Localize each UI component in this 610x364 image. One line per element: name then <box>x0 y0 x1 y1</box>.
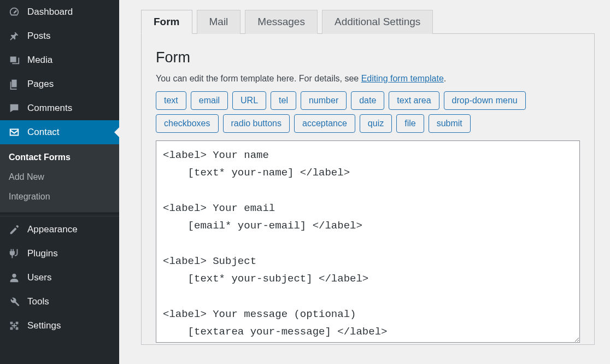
settings-icon <box>8 319 21 332</box>
sidebar-item-users[interactable]: Users <box>0 266 119 290</box>
submenu-item-contact-forms[interactable]: Contact Forms <box>0 148 119 167</box>
tag-url-button[interactable]: URL <box>232 91 266 110</box>
sidebar-item-label: Posts <box>27 31 51 42</box>
tag-tel-button[interactable]: tel <box>271 91 296 110</box>
sidebar-item-label: Media <box>27 55 52 66</box>
comments-icon <box>8 102 21 115</box>
sidebar-item-label: Dashboard <box>27 7 73 17</box>
media-icon <box>8 54 21 67</box>
tools-icon <box>8 295 21 308</box>
admin-sidebar: Dashboard Posts Media Pages Comments Con… <box>0 0 119 364</box>
sidebar-item-label: Tools <box>27 296 49 307</box>
sidebar-item-label: Appearance <box>27 224 78 235</box>
tag-quiz-button[interactable]: quiz <box>360 114 392 133</box>
appearance-icon <box>8 223 21 236</box>
tag-radio-button[interactable]: radio buttons <box>223 114 290 133</box>
main-content: Form Mail Messages Additional Settings F… <box>119 0 610 364</box>
sidebar-item-contact[interactable]: Contact <box>0 120 119 144</box>
tag-submit-button[interactable]: submit <box>429 114 471 133</box>
tab-mail[interactable]: Mail <box>197 10 241 34</box>
tag-number-button[interactable]: number <box>301 91 347 110</box>
dashboard-icon <box>8 5 21 19</box>
contact-icon <box>8 126 21 139</box>
sidebar-item-appearance[interactable]: Appearance <box>0 218 119 242</box>
tab-form[interactable]: Form <box>141 10 192 34</box>
sidebar-item-label: Contact <box>27 127 60 138</box>
sidebar-item-label: Users <box>27 272 51 283</box>
sidebar-separator <box>0 213 119 216</box>
tag-checkboxes-button[interactable]: checkboxes <box>156 114 219 133</box>
panel-description: You can edit the form template here. For… <box>156 74 580 84</box>
sidebar-item-label: Pages <box>27 79 54 90</box>
pages-icon <box>8 78 21 91</box>
panel-heading: Form <box>156 49 580 66</box>
form-template-textarea[interactable] <box>156 140 580 343</box>
pin-icon <box>8 30 21 43</box>
sidebar-item-label: Comments <box>27 103 72 114</box>
sidebar-item-label: Settings <box>27 320 61 331</box>
submenu-item-integration[interactable]: Integration <box>0 187 119 207</box>
submenu-item-add-new[interactable]: Add New <box>0 167 119 187</box>
editing-form-template-link[interactable]: Editing form template <box>361 74 444 83</box>
tag-file-button[interactable]: file <box>396 114 424 133</box>
sidebar-item-comments[interactable]: Comments <box>0 96 119 120</box>
description-text: You can edit the form template here. For… <box>156 74 361 83</box>
tag-generator-buttons: text email URL tel number date text area… <box>156 91 580 133</box>
sidebar-item-posts[interactable]: Posts <box>0 24 119 48</box>
form-panel: Form You can edit the form template here… <box>141 33 595 345</box>
users-icon <box>8 271 21 284</box>
editor-tabs: Form Mail Messages Additional Settings <box>141 10 595 34</box>
sidebar-item-tools[interactable]: Tools <box>0 290 119 314</box>
tag-text-button[interactable]: text <box>156 91 186 110</box>
tag-acceptance-button[interactable]: acceptance <box>294 114 355 133</box>
tag-email-button[interactable]: email <box>191 91 228 110</box>
sidebar-submenu: Contact Forms Add New Integration <box>0 144 119 212</box>
description-suffix: . <box>444 74 446 83</box>
sidebar-item-settings[interactable]: Settings <box>0 314 119 338</box>
tag-date-button[interactable]: date <box>351 91 384 110</box>
tag-textarea-button[interactable]: text area <box>389 91 439 110</box>
sidebar-item-dashboard[interactable]: Dashboard <box>0 0 119 24</box>
sidebar-item-pages[interactable]: Pages <box>0 72 119 96</box>
sidebar-item-media[interactable]: Media <box>0 48 119 72</box>
tab-messages[interactable]: Messages <box>245 10 318 34</box>
sidebar-item-label: Plugins <box>27 248 58 259</box>
sidebar-item-plugins[interactable]: Plugins <box>0 242 119 266</box>
plugins-icon <box>8 247 21 260</box>
tab-additional-settings[interactable]: Additional Settings <box>322 10 433 34</box>
tag-dropdown-button[interactable]: drop-down menu <box>444 91 526 110</box>
